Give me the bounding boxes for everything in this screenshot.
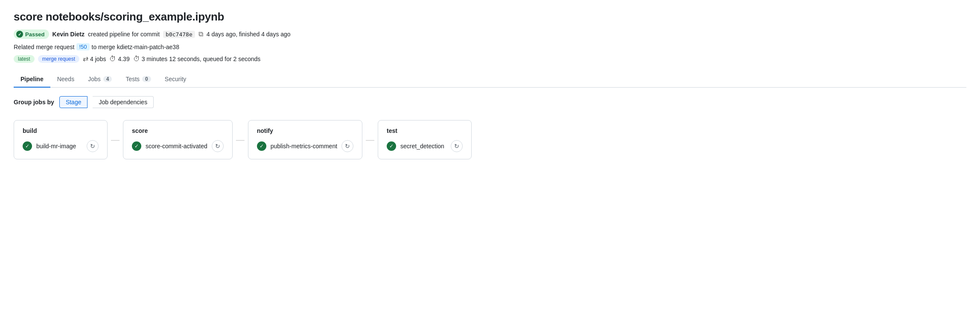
stage-notify-title: notify: [257, 127, 353, 134]
tab-jobs-badge: 4: [103, 76, 112, 82]
job-name-secret-detection: secret_detection: [400, 143, 446, 150]
stage-score: score ✓ score-commit-activated ↻: [123, 120, 233, 159]
pipeline-author: Kevin Dietz: [52, 31, 85, 38]
tab-security[interactable]: Security: [158, 71, 193, 88]
tag-latest: latest: [14, 55, 35, 63]
pipeline-action: created pipeline for commit: [88, 31, 160, 38]
stage-score-job-0: ✓ score-commit-activated ↻: [132, 140, 224, 152]
stage-test: test ✓ secret_detection ↻: [378, 120, 472, 159]
tab-tests[interactable]: Tests 0: [119, 71, 158, 88]
stage-connector-1: —: [108, 135, 123, 145]
tab-needs[interactable]: Needs: [50, 71, 81, 88]
job-name-build-mr-image: build-mr-image: [36, 143, 82, 150]
pipeline-time: 4 days ago, finished 4 days ago: [207, 31, 291, 38]
stage-test-job-0: ✓ secret_detection ↻: [387, 140, 463, 152]
job-name-publish-metrics-comment: publish-metrics-comment: [271, 143, 337, 150]
stage-build-job-0: ✓ build-mr-image ↻: [23, 140, 99, 152]
job-retry-button-secret-detection[interactable]: ↻: [451, 140, 463, 152]
duration-stat: ⏱ 3 minutes 12 seconds, queued for 2 sec…: [133, 55, 261, 63]
stage-connector-2: —: [233, 135, 248, 145]
stage-build: build ✓ build-mr-image ↻: [14, 120, 108, 159]
tab-tests-badge: 0: [142, 76, 151, 82]
stage-test-title: test: [387, 127, 463, 134]
job-name-score-commit-activated: score-commit-activated: [146, 143, 207, 150]
mr-link[interactable]: !50: [76, 43, 89, 50]
jobs-icon: ⇄: [83, 55, 88, 63]
tab-jobs[interactable]: Jobs 4: [81, 71, 119, 88]
page-title: score notebooks/scoring_example.ipynb: [14, 10, 966, 24]
mr-branch: to merge kdietz-main-patch-ae38: [92, 44, 179, 50]
job-success-icon: ✓: [257, 141, 266, 151]
job-success-icon: ✓: [387, 141, 396, 151]
commit-hash[interactable]: b0c7478e: [163, 31, 195, 38]
job-retry-button-publish-metrics-comment[interactable]: ↻: [341, 140, 353, 152]
stage-score-title: score: [132, 127, 224, 134]
group-by-dependencies-button[interactable]: Job dependencies: [93, 96, 154, 108]
group-by-stage-button[interactable]: Stage: [59, 96, 88, 108]
check-icon: ✓: [16, 31, 23, 38]
merge-request-row: Related merge request !50 to merge kdiet…: [14, 43, 966, 50]
group-jobs-label: Group jobs by: [14, 99, 54, 106]
coverage-stat: ⏱ 4.39: [109, 55, 129, 63]
job-retry-button-build-mr-image[interactable]: ↻: [87, 140, 99, 152]
jobs-stat: ⇄ 4 jobs: [83, 55, 106, 63]
job-success-icon: ✓: [23, 141, 32, 151]
job-retry-button-score-commit-activated[interactable]: ↻: [212, 140, 224, 152]
tab-pipeline[interactable]: Pipeline: [14, 71, 50, 88]
stage-connector-3: —: [362, 135, 378, 145]
copy-icon[interactable]: ⧉: [198, 30, 203, 38]
tags-row: latest merge request ⇄ 4 jobs ⏱ 4.39 ⏱ 3…: [14, 55, 966, 63]
duration-icon: ⏱: [133, 55, 140, 63]
stage-notify: notify ✓ publish-metrics-comment ↻: [248, 120, 362, 159]
status-badge: ✓ Passed: [14, 29, 49, 39]
stage-notify-job-0: ✓ publish-metrics-comment ↻: [257, 140, 353, 152]
pipeline-stages: build ✓ build-mr-image ↻ — score ✓ score…: [14, 120, 966, 159]
stage-build-title: build: [23, 127, 99, 134]
tag-merge-request: merge request: [38, 55, 79, 63]
mr-label: Related merge request: [14, 44, 74, 50]
tabs-row: Pipeline Needs Jobs 4 Tests 0 Security: [14, 71, 966, 88]
coverage-icon: ⏱: [109, 55, 116, 63]
group-jobs-row: Group jobs by Stage Job dependencies: [14, 96, 966, 108]
job-success-icon: ✓: [132, 141, 141, 151]
pipeline-meta-row: ✓ Passed Kevin Dietz created pipeline fo…: [14, 29, 966, 39]
